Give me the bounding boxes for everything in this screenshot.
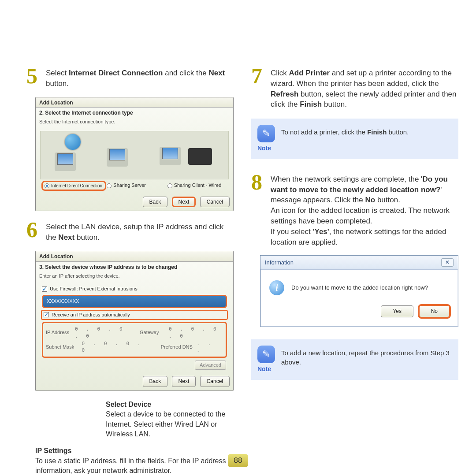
dialog-title: Add Location	[36, 251, 233, 262]
step-number: 7	[251, 66, 265, 110]
step-6: 6 Select the LAN device, setup the IP ad…	[26, 220, 234, 243]
callout-ip-settings-text: To use a static IP address, fill in the …	[35, 457, 226, 474]
back-button[interactable]: Back	[143, 376, 168, 387]
dialog-message: Do you want to move to the added locatio…	[291, 284, 428, 292]
gateway-label: Gateway	[140, 329, 166, 336]
note-box: ✎ Note To add a new location, repeat the…	[251, 339, 458, 380]
step-number: 6	[26, 220, 41, 243]
dialog-title: Information	[265, 259, 294, 267]
cancel-button[interactable]: Cancel	[200, 376, 230, 387]
gateway-field[interactable]: 0 . 0 . 0 . 0	[169, 326, 223, 339]
checkbox-firewall[interactable]: Use Firewall: Prevent External Intrusion…	[40, 285, 229, 293]
dialog-hint: Select the Internet connection type.	[36, 118, 233, 128]
connection-type-options: Internet Direct Connection Sharing Serve…	[40, 179, 229, 190]
preferred-dns-field[interactable]: . . .	[197, 340, 223, 354]
ip-address-label: IP Address	[46, 329, 72, 336]
step-number: 5	[26, 66, 41, 89]
close-icon[interactable]: ✕	[441, 258, 454, 267]
dialog-subtitle: 3. Select the device whose IP address is…	[36, 262, 233, 272]
step-text: When the network settings are complete, …	[271, 172, 458, 248]
dialog-buttons: Yes No	[260, 304, 458, 327]
checkbox-icon	[44, 312, 49, 317]
dialog-hint: Enter an IP after selecting the device.	[36, 272, 233, 282]
laptop-icon	[188, 148, 212, 165]
dialog-title: Add Location	[36, 97, 233, 108]
radio-icon	[107, 183, 112, 188]
note-text: To not add a printer, click the Finish b…	[281, 125, 451, 137]
dialog-buttons: Back Next Cancel	[36, 373, 233, 390]
callout-ip-settings-title: IP Settings	[35, 447, 71, 454]
page-number: 88	[228, 454, 248, 467]
ip-address-field[interactable]: 0 . 0 . 0 . 0	[75, 326, 129, 339]
pencil-note-icon: ✎	[257, 346, 275, 363]
dialog-buttons: Back Next Cancel	[36, 194, 233, 211]
radio-icon	[167, 183, 172, 188]
screenshot-add-location-ip: Add Location 3. Select the device whose …	[35, 251, 234, 391]
next-button[interactable]: Next	[172, 376, 196, 387]
step-number: 8	[251, 172, 265, 248]
step-8: 8 When the network settings are complete…	[251, 172, 458, 248]
advanced-button[interactable]: Advanced	[195, 361, 226, 370]
device-selector[interactable]: XXXXXXXXXX	[42, 295, 227, 308]
note-label: Note	[257, 365, 275, 374]
screenshot-information-dialog: Information ✕ i Do you want to move to t…	[260, 255, 458, 327]
radio-icon	[45, 183, 49, 188]
radio-sharing-server[interactable]: Sharing Server	[107, 182, 165, 190]
step-7: 7 Click Add Printer and set up a printer…	[251, 66, 458, 110]
radio-sharing-client-wired[interactable]: Sharing Client - Wired	[167, 182, 226, 190]
pc-icon	[107, 148, 128, 167]
manual-page: 5 Select Internet Direct Connection and …	[0, 0, 476, 476]
preferred-dns-label: Preferred DNS	[161, 344, 194, 350]
step-text: Select Internet Direct Connection and cl…	[46, 66, 234, 89]
pc-icon	[160, 147, 181, 165]
yes-button[interactable]: Yes	[381, 305, 413, 317]
pc-icon	[55, 152, 76, 171]
next-button[interactable]: Next	[172, 197, 196, 208]
step-extra: An icon for the added location is create…	[271, 206, 450, 225]
step-text: Click Add Printer and set up a printer a…	[271, 66, 458, 110]
note-box: ✎ Note To not add a printer, click the F…	[251, 119, 458, 159]
step-text: Select the LAN device, setup the IP addr…	[46, 220, 234, 243]
pencil-note-icon: ✎	[257, 125, 275, 142]
info-icon: i	[269, 280, 284, 295]
subnet-mask-label: Subnet Mask	[46, 344, 79, 350]
checkbox-auto-ip[interactable]: Receive an IP address automatically	[41, 310, 228, 320]
step-5: 5 Select Internet Direct Connection and …	[26, 66, 234, 89]
left-column: 5 Select Internet Direct Connection and …	[26, 66, 234, 476]
callout-select-device-title: Select Device	[106, 401, 151, 408]
subnet-mask-field[interactable]: 0 . 0 . 0 . 0	[82, 340, 150, 354]
network-diagram	[40, 131, 229, 179]
back-button[interactable]: Back	[143, 197, 168, 208]
dialog-subtitle: 2. Select the Internet connection type	[36, 108, 233, 118]
callouts: Select Device Select a device to be conn…	[35, 400, 234, 476]
callout-select-device-text: Select a device to be connected to the I…	[106, 410, 225, 438]
cancel-button[interactable]: Cancel	[200, 197, 230, 208]
checkbox-icon	[42, 286, 47, 292]
note-text: To add a new location, repeat the proced…	[281, 346, 451, 367]
ie-globe-icon	[65, 134, 81, 150]
ip-fields: IP Address 0 . 0 . 0 . 0 Gateway 0 . 0 .…	[42, 322, 227, 358]
screenshot-add-location-conn-type: Add Location 2. Select the Internet conn…	[35, 97, 234, 212]
radio-internet-direct[interactable]: Internet Direct Connection	[41, 181, 106, 191]
no-button[interactable]: No	[418, 304, 451, 319]
right-column: 7 Click Add Printer and set up a printer…	[251, 66, 458, 476]
note-label: Note	[257, 144, 275, 153]
